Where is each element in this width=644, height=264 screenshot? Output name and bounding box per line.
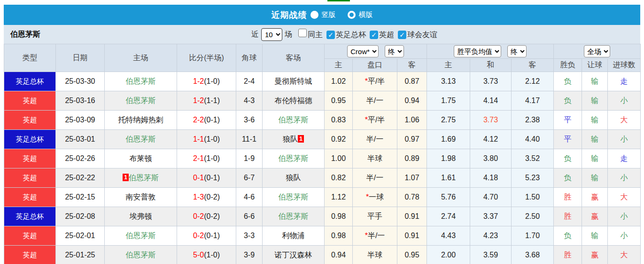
team-name-text: 诺丁汉森林 (275, 251, 312, 259)
handicap-result-cell: 输 (582, 226, 608, 246)
away-team-cell[interactable]: 伯恩茅斯 (263, 188, 325, 207)
result-cell: 胜 (554, 207, 582, 226)
odds-company-select[interactable]: Crow* (347, 45, 379, 57)
home-team-cell[interactable]: 托特纳姆热刺 (105, 111, 177, 130)
home-team-cell[interactable]: 伯恩茅斯 (105, 226, 177, 246)
home-team-cell[interactable]: 埃弗顿 (105, 207, 177, 226)
col-header-let: 让球 (582, 59, 608, 72)
score-cell: 1-2(1-0) (177, 72, 236, 91)
match-row-8: 英超25-02-01伯恩茅斯0-2(0-1)3-3利物浦0.98*半/一0.91… (4, 226, 641, 246)
half-time-score: (1-0) (204, 135, 220, 143)
home-team-cell[interactable]: 伯恩茅斯 (105, 246, 177, 264)
away-team-cell[interactable]: 狼队1 (263, 130, 325, 149)
filter-checkbox-label-3[interactable]: 球会友谊 (407, 31, 437, 39)
vertical-layout-radio[interactable] (310, 11, 318, 19)
half-time-score: (1-0) (204, 77, 220, 85)
games-count-select[interactable]: 10 (261, 28, 282, 41)
away-team-cell[interactable]: 伯恩茅斯 (263, 111, 325, 130)
avg-odds-select[interactable]: 胜平负均值 (454, 45, 501, 57)
avg-draw-odds: 3.73 (470, 111, 512, 130)
home-team-cell[interactable]: 1伯恩茅斯 (105, 168, 177, 188)
match-date: 25-02-15 (56, 188, 105, 207)
away-team-cell[interactable]: 伯恩茅斯 (263, 149, 325, 168)
ah-away-odds: 0.95 (397, 246, 427, 264)
col-header-date: 日期 (56, 44, 105, 72)
horizontal-layout-radio[interactable] (348, 11, 356, 19)
early-odds-star: * (365, 77, 368, 85)
early-odds-star: * (366, 193, 369, 201)
ah-home-odds: 1.00 (325, 149, 353, 168)
ah-home-odds: 1.02 (325, 72, 353, 91)
half-time-score: (1-1) (204, 96, 220, 104)
col-header-ah-line: 盘口 (353, 59, 397, 72)
handicap-result-cell: 输 (582, 91, 608, 111)
score-cell: 1-1(1-0) (177, 130, 236, 149)
ah-line: *一球 (353, 188, 397, 207)
filter-checkbox-0[interactable] (298, 29, 307, 37)
score-cell: 0-1(0-1) (177, 168, 236, 188)
handicap-result-cell: 输 (582, 168, 608, 188)
avg-home-odds: 2.74 (427, 207, 470, 226)
away-team-cell[interactable]: 狼队 (263, 168, 325, 188)
avg-away-odds: 2.38 (512, 111, 554, 130)
away-team-cell[interactable]: 伯恩茅斯 (263, 207, 325, 226)
home-team-cell[interactable]: 伯恩茅斯 (105, 91, 177, 111)
match-type-badge: 英超 (4, 246, 56, 264)
team-name-text: 埃弗顿 (130, 212, 152, 220)
ah-home-odds: 0.98 (325, 207, 353, 226)
match-type-badge: 英足总杯 (4, 72, 56, 91)
avg-draw-odds: 4.23 (470, 226, 512, 246)
vertical-layout-label[interactable]: 竖版 (322, 10, 336, 19)
near-label: 近 (251, 30, 259, 40)
team-name-text: 托特纳姆热刺 (118, 116, 163, 124)
filter-checkbox-1[interactable]: ✓ (326, 31, 335, 39)
ah-line: *平/半 (353, 111, 397, 130)
filter-checkbox-label-2[interactable]: 英超 (379, 31, 394, 39)
ah-line: 平手 (353, 207, 397, 226)
match-date: 25-03-01 (56, 130, 105, 149)
avg-draw-odds: 4.14 (470, 91, 512, 111)
match-type-badge: 英超 (4, 149, 56, 168)
avg-away-odds: 4.40 (512, 130, 554, 149)
team-name: 伯恩茅斯 (4, 30, 40, 40)
handicap-time-select[interactable]: 终 (385, 45, 404, 57)
avg-odds-group-header: 胜平负均值 终 (427, 44, 554, 59)
ah-home-odds: 0.83 (325, 111, 353, 130)
handicap-result-cell: 赢 (582, 207, 608, 226)
avg-time-select[interactable]: 终 (507, 45, 527, 57)
away-team-cell[interactable]: 曼彻斯特城 (263, 72, 325, 91)
goals-result-cell: 大 (608, 246, 641, 264)
home-team-cell[interactable]: 南安普敦 (105, 188, 177, 207)
away-team-cell[interactable]: 诺丁汉森林 (263, 246, 325, 264)
handicap-result-cell: 输 (582, 111, 608, 130)
filter-checkbox-label-0[interactable]: 同主 (308, 31, 323, 39)
filter-checkbox-label-1[interactable]: 英足总杯 (336, 31, 366, 39)
scope-select[interactable]: 全场 (584, 45, 610, 57)
match-row-6: 英超25-02-15南安普敦1-3(0-2)4-6伯恩茅斯1.12*一球0.78… (4, 188, 641, 207)
match-date: 25-03-30 (56, 72, 105, 91)
match-row-4: 英超25-02-26布莱顿2-1(1-0)1-9伯恩茅斯1.00半球0.891.… (4, 149, 641, 168)
result-cell: 平 (554, 111, 582, 130)
home-team-cell[interactable]: 伯恩茅斯 (105, 130, 177, 149)
avg-away-odds: 1.50 (512, 188, 554, 207)
home-team-cell[interactable]: 布莱顿 (105, 149, 177, 168)
horizontal-layout-group: 横版 (348, 10, 373, 19)
result-cell: 负 (554, 91, 582, 111)
away-team-cell[interactable]: 布伦特福德 (263, 91, 325, 111)
avg-home-odds: 3.13 (427, 72, 470, 91)
full-time-score: 5-0 (193, 251, 204, 259)
match-type-badge: 英超 (4, 226, 56, 246)
filter-checkbox-2[interactable]: ✓ (370, 31, 378, 39)
filter-checkbox-3[interactable]: ✓ (398, 31, 406, 39)
score-cell: 5-0(1-0) (177, 246, 236, 264)
result-cell: 负 (554, 168, 582, 188)
filter-group: 近 10 场 同主✓英足总杯✓英超✓球会友谊 (251, 25, 437, 44)
home-team-cell[interactable]: 伯恩茅斯 (105, 72, 177, 91)
half-time-score: (0-1) (204, 174, 220, 182)
away-team-cell[interactable]: 利物浦 (263, 226, 325, 246)
avg-home-odds: 1.61 (427, 168, 470, 188)
handicap-result-cell: 输 (582, 72, 608, 91)
score-cell: 0-2(0-2) (177, 207, 236, 226)
horizontal-layout-label[interactable]: 横版 (359, 10, 373, 19)
team-name-text: 伯恩茅斯 (279, 212, 309, 220)
